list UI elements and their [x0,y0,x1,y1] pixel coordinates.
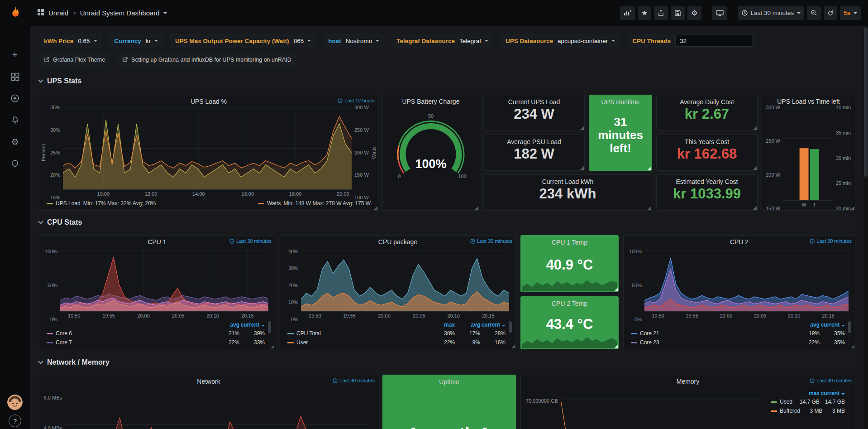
panel-title[interactable]: UPS Runtime [589,98,652,106]
add-panel-button[interactable] [620,6,635,20]
sidebar-configuration-button[interactable]: ⚙ [6,134,24,149]
sidebar-create-button[interactable]: + [6,47,24,63]
panel-time-badge[interactable]: Last 30 minutes [333,378,375,383]
save-dashboard-button[interactable] [671,6,685,20]
panel-resize-handle[interactable] [511,345,515,348]
panel-resize-handle[interactable] [753,166,757,170]
legend-series-name[interactable]: Core 21 [631,330,794,337]
legend-series-name[interactable]: Buffered [771,408,800,414]
page-scrollbar-thumb[interactable] [864,27,868,177]
dashboard-link-ups-monitoring[interactable]: Setting up Grafana and InfluxDB for UPS … [117,53,296,66]
user-avatar[interactable] [7,395,23,410]
variable-currency[interactable]: Currency kr [110,34,163,48]
zoom-out-button[interactable] [807,6,821,20]
legend-header-current[interactable]: current [820,322,845,328]
sidebar-dashboards-button[interactable] [6,69,24,84]
refresh-interval-picker[interactable]: 5s [840,6,861,20]
panel-resize-handle[interactable] [614,345,618,348]
help-button[interactable]: ? [9,415,21,427]
dashboard-settings-button[interactable]: ⚙ [687,6,701,20]
cycle-view-button[interactable] [712,6,727,20]
legend-series-name[interactable]: Used [771,399,794,405]
panel-resize-handle[interactable] [648,166,651,170]
star-dashboard-button[interactable]: ★ [638,6,651,20]
panel-resize-handle[interactable] [851,206,854,210]
legend-item[interactable]: CPU Total38%17%28% [287,329,506,338]
legend-scrollbar-thumb[interactable] [268,321,271,333]
legend-header-max[interactable]: max [429,322,455,328]
page-scrollbar[interactable] [863,26,868,429]
variable-telegraf-datasource[interactable]: Telegraf Datasource Telegraf [391,34,493,48]
sidebar-alerting-button[interactable] [6,112,24,128]
legend-header-current[interactable]: current [820,390,845,396]
panel-resize-handle[interactable] [753,206,757,210]
time-range-picker[interactable]: Last 30 minutes [738,6,804,20]
dashboard-title[interactable]: Unraid System Dashboard [80,9,167,17]
grafana-logo[interactable] [0,0,30,25]
legend-series-name[interactable]: Core 23 [631,339,794,346]
section-network-memory[interactable]: Network / Memory [39,358,110,366]
variable-kwh-price[interactable]: kWh Price 0.65 [39,34,102,48]
legend-scrollbar[interactable] [509,321,512,346]
refresh-button[interactable] [824,6,837,20]
variable-ups-datasource[interactable]: UPS Datasource apcupsd-container [501,34,620,48]
legend-header-avg[interactable]: avg [455,322,480,328]
legend-item[interactable]: Core 2119%35% [631,329,845,338]
panel-title[interactable]: This Years Cost [657,138,757,145]
legend-scrollbar-thumb[interactable] [509,321,512,333]
legend-series-name[interactable]: Core 6 [47,330,214,337]
legend-header-avg[interactable]: avg [794,322,820,328]
panel-resize-handle[interactable] [580,166,584,170]
legend-item[interactable]: UPS LoadMin: 17% Max: 32% Avg: 20% [47,200,156,207]
legend-header-max[interactable]: max [794,390,820,396]
panel-time-badge[interactable]: Last 30 minutes [229,238,272,244]
panel-title[interactable]: Current UPS Load [484,98,584,106]
breadcrumb-folder[interactable]: Unraid [48,9,68,17]
dashboard-link-plex-theme[interactable]: Grafana Plex Theme [39,53,110,66]
legend-header-avg[interactable]: avg [214,322,239,328]
legend-item[interactable]: User22%9%16% [287,338,506,347]
legend-series-name[interactable]: Core 7 [47,339,214,346]
legend-scrollbar[interactable] [268,321,271,346]
panel-title[interactable]: CPU 1 [148,238,166,246]
section-cpu-stats[interactable]: CPU Stats [39,218,82,227]
panel-title[interactable]: Estimated Yearly Cost [657,178,757,185]
legend-item[interactable]: Core 2322%35% [631,338,845,347]
variable-ups-max-output[interactable]: UPS Max Output Power Capacity (Watt) 865 [170,34,316,48]
sidebar-admin-button[interactable] [6,156,24,171]
sidebar-explore-button[interactable] [6,91,24,106]
legend-item[interactable]: Core 621%39% [47,329,265,338]
panel-resize-handle[interactable] [648,206,651,210]
panel-time-badge[interactable]: Last 30 minutes [810,238,852,244]
cpu-threads-input[interactable] [675,35,752,47]
panel-resize-handle[interactable] [374,206,377,210]
legend-series-name[interactable]: User [287,339,429,346]
panel-title[interactable]: Current Load kWh [484,178,652,185]
section-ups-stats[interactable]: UPS Stats [39,77,81,85]
panel-title[interactable]: CPU 2 [730,238,749,246]
panel-title[interactable]: Average Daily Cost [657,98,757,106]
legend-item[interactable]: Used14.7 GB14.7 GB [771,397,845,406]
share-dashboard-button[interactable] [654,6,668,20]
panel-resize-handle[interactable] [580,126,584,130]
panel-title[interactable]: UPS Load vs Time left [777,98,840,105]
panel-title[interactable]: Memory [677,378,700,385]
panel-title[interactable]: CPU 2 Temp [521,300,618,307]
panel-time-badge[interactable]: Last 30 minutes [470,238,512,244]
panel-resize-handle[interactable] [753,126,757,130]
legend-item[interactable]: WattsMin: 148 W Max: 278 W Avg: 175 W [258,200,371,207]
panel-title[interactable]: Uptime [383,378,515,386]
legend-item[interactable]: Core 722%33% [47,338,265,347]
panel-title[interactable]: Network [197,378,220,385]
panel-resize-handle[interactable] [271,345,274,348]
panel-resize-handle[interactable] [614,288,618,291]
panel-resize-handle[interactable] [475,206,478,210]
panel-time-badge[interactable]: Last 30 minutes [810,378,852,383]
panel-resize-handle[interactable] [851,345,854,348]
legend-scrollbar[interactable] [848,321,851,346]
legend-scrollbar-thumb[interactable] [848,321,851,333]
legend-series-name[interactable]: CPU Total [287,330,429,337]
panel-title[interactable]: UPS Battery Charge [402,98,460,105]
panel-title[interactable]: UPS Load % [191,98,227,105]
panel-title[interactable]: CPU package [378,238,417,246]
